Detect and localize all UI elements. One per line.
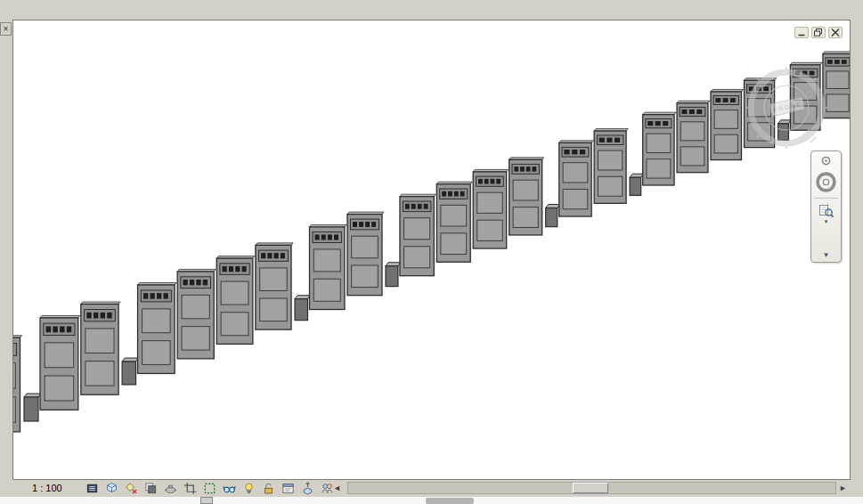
background-window-icon (200, 497, 213, 504)
steering-wheel-icon (815, 171, 837, 193)
scrollbar-left-arrow[interactable]: ◄ (333, 484, 341, 492)
horizontal-scrollbar[interactable] (347, 482, 836, 494)
view-control-icons (84, 481, 335, 496)
background-window-fragment (426, 498, 474, 504)
view-control-bar: 1 : 100 ◄ ► (12, 480, 851, 497)
zoom-icon (818, 203, 835, 219)
window-controls (794, 27, 843, 38)
application-window: × FRONT (0, 0, 863, 504)
visual-style-icon-button[interactable] (103, 481, 119, 496)
sun-path-icon-button[interactable] (123, 481, 139, 496)
crop-view-icon-button[interactable] (182, 481, 198, 496)
restore-down-icon (813, 28, 824, 37)
unlocked-view-icon-button[interactable] (260, 481, 276, 496)
zoom-dropdown-caret[interactable]: ▾ (825, 219, 828, 224)
close-icon (832, 29, 839, 37)
scrollbar-thumb[interactable] (573, 483, 608, 493)
view-compass[interactable]: FRONT (737, 60, 836, 159)
displacement-sets-icon-button[interactable] (299, 481, 315, 496)
rendering-dialog-icon-button[interactable] (162, 481, 178, 496)
navbar-divider (814, 198, 838, 199)
zoom-button[interactable]: ▾ (818, 203, 835, 224)
show-crop-region-icon-button[interactable] (201, 481, 217, 496)
detail-level-icon-button[interactable] (84, 481, 100, 496)
steering-wheel-button[interactable] (815, 171, 837, 193)
background-window-strip (0, 497, 863, 504)
navbar-collapse-chevron[interactable]: ▾ (824, 250, 828, 259)
fence-drawing (13, 20, 850, 479)
navigation-bar: ▾ ▾ (810, 150, 842, 263)
drawing-canvas[interactable]: FRONT (12, 20, 851, 480)
restore-down-button[interactable] (811, 27, 826, 38)
close-window-button[interactable] (828, 27, 843, 38)
temporary-hide-isolate-icon-button[interactable] (221, 481, 237, 496)
scrollbar-right-arrow[interactable]: ► (839, 484, 847, 492)
full-navigation-wheel-button[interactable] (820, 155, 832, 167)
minimize-button[interactable] (794, 27, 809, 38)
panel-close-button[interactable]: × (0, 22, 12, 36)
temporary-view-properties-icon-button[interactable] (280, 481, 296, 496)
reveal-hidden-elements-icon-button[interactable] (240, 481, 256, 496)
mini-wheel-icon (820, 155, 832, 167)
shadows-icon-button[interactable] (142, 481, 159, 496)
scale-button[interactable]: 1 : 100 (32, 483, 62, 493)
